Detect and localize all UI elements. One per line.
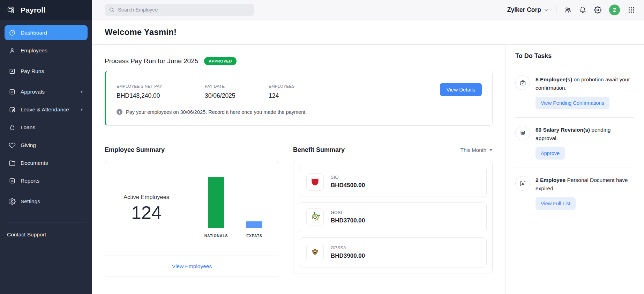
sidebar-item-loans[interactable]: Loans (5, 120, 88, 135)
approve-button[interactable]: Approve (536, 147, 565, 160)
sidebar-item-dashboard[interactable]: Dashboard (5, 25, 88, 40)
payroll-logo-icon (7, 6, 16, 15)
employee-summary-section: Employee Summary Active Employees 124 NA… (105, 145, 279, 277)
sidebar-item-label: Employees (21, 47, 47, 54)
sidebar-contact-support[interactable]: Contact Support (7, 231, 92, 238)
view-employees-link[interactable]: View Employees (172, 263, 212, 270)
status-badge: APPROVED (204, 57, 237, 65)
search-box[interactable] (105, 4, 254, 16)
search-icon (109, 7, 114, 13)
app-logo: Payroll (0, 0, 92, 20)
sidebar: Payroll Dashboard Employees Pay Runs App… (0, 0, 92, 294)
coins-icon (515, 126, 530, 140)
task-pending-confirmations: 5 Employee(s) on probotion await your co… (515, 75, 634, 109)
loans-icon (9, 124, 16, 131)
sidebar-item-leave-attendance[interactable]: Leave & Attendance (5, 102, 88, 117)
search-input[interactable] (118, 7, 250, 13)
reports-icon (9, 177, 16, 184)
chevron-right-icon (80, 90, 84, 94)
sidebar-item-pay-runs[interactable]: Pay Runs (5, 64, 88, 79)
stat-value: 124 (269, 92, 295, 100)
benefit-name: GPSSA (331, 245, 365, 250)
task-expired-documents: 2 Employee Personal Document have expire… (515, 176, 634, 210)
apps-grid-icon[interactable] (628, 6, 635, 14)
stat-pay-date: PAY DATE 30/06/2025 (205, 84, 269, 100)
bell-icon[interactable] (579, 6, 586, 14)
employee-bar-chart: NATIONALS EXPATS (188, 177, 279, 240)
payrun-heading-row: Process Pay Run for June 2025 APPROVED (105, 57, 493, 65)
benefit-amount: BHD3900.00 (331, 252, 365, 259)
bar-label: NATIONALS (204, 234, 228, 238)
caret-down-icon (489, 149, 493, 151)
task-salary-revisions: 60 Salary Revision(s) pending approval. … (515, 126, 634, 160)
topbar-divider (556, 6, 556, 14)
sidebar-item-label: Reports (21, 178, 39, 184)
sidebar-item-label: Pay Runs (21, 68, 44, 74)
benefit-summary-heading: Benefit Summary (293, 146, 345, 154)
app-title: Payroll (21, 6, 45, 14)
documents-icon (9, 160, 16, 167)
sidebar-item-label: Approvals (21, 89, 45, 95)
gpssa-logo (306, 244, 324, 261)
sidebar-item-employees[interactable]: Employees (5, 43, 88, 58)
sidebar-item-label: Settings (21, 198, 40, 205)
stat-employees: EMPLOYEES 124 (269, 84, 295, 100)
topbar-actions: Zylker Corp Z (507, 5, 635, 15)
page-title: Welcome Yasmin! (105, 27, 177, 37)
view-details-button[interactable]: View Details (440, 83, 482, 96)
task-text: 5 Employee(s) on probotion await your co… (536, 75, 634, 92)
benefit-row-gosi[interactable]: GOSI BHD3700.00 (299, 202, 487, 232)
users-icon[interactable] (564, 6, 571, 14)
todo-panel: To Do Tasks 5 Employee(s) on probotion a… (505, 45, 644, 294)
stat-label: PAY DATE (205, 84, 269, 88)
view-full-list-button[interactable]: View Full List (536, 197, 576, 210)
benefit-summary-card: SIO BHD4500.00 GOSI BHD3700.00 (293, 161, 493, 273)
expats-bar (246, 221, 262, 228)
task-text: 2 Employee Personal Document have expire… (536, 176, 634, 192)
active-employees-label: Active Employees (105, 194, 188, 200)
leave-attendance-icon (9, 106, 16, 113)
stat-label: EMPLOYEE'S NET PAY (117, 84, 205, 88)
sidebar-divider (6, 222, 86, 222)
sidebar-item-giving[interactable]: Giving (5, 138, 88, 153)
payrun-info-row: i Pay your employees on 30/06/2025. Reco… (117, 109, 482, 115)
dashboard-icon (9, 29, 16, 36)
welcome-band: Welcome Yasmin! (92, 20, 644, 45)
benefit-row-gpssa[interactable]: GPSSA BHD3900.00 (299, 237, 487, 267)
sidebar-item-label: Giving (21, 142, 36, 148)
task-text: 60 Salary Revision(s) pending approval. (536, 126, 634, 142)
sidebar-item-approvals[interactable]: Approvals (5, 84, 88, 99)
chevron-down-icon (544, 8, 548, 12)
active-employees-block: Active Employees 124 (105, 194, 188, 223)
sidebar-item-label: Leave & Attendance (21, 106, 69, 113)
sidebar-item-label: Dashboard (21, 30, 47, 36)
sidebar-item-reports[interactable]: Reports (5, 173, 88, 188)
view-pending-confirmations-button[interactable]: View Pending Confirmations (536, 97, 609, 109)
gear-icon[interactable] (594, 6, 601, 14)
sidebar-item-settings[interactable]: Settings (5, 194, 88, 209)
benefit-amount: BHD3700.00 (331, 217, 365, 224)
sidebar-item-label: Documents (21, 160, 48, 166)
period-filter-dropdown[interactable]: This Month (460, 147, 493, 153)
payrun-info-text: Pay your employees on 30/06/2025. Record… (126, 109, 307, 115)
sio-logo (306, 173, 324, 191)
topbar: Zylker Corp Z (92, 0, 644, 20)
giving-icon (9, 142, 16, 149)
benefit-row-sio[interactable]: SIO BHD4500.00 (299, 167, 487, 197)
chevron-right-icon (80, 108, 84, 111)
payrun-card: EMPLOYEE'S NET PAY BHD148,240.00 PAY DAT… (105, 71, 493, 126)
org-switcher[interactable]: Zylker Corp (507, 6, 548, 14)
org-name: Zylker Corp (507, 6, 541, 14)
sidebar-item-documents[interactable]: Documents (5, 155, 88, 170)
payrun-stats: EMPLOYEE'S NET PAY BHD148,240.00 PAY DAT… (117, 84, 482, 100)
stat-value: 30/06/2025 (205, 92, 269, 100)
briefcase-check-icon (515, 75, 530, 90)
bar-label: EXPATS (246, 234, 262, 238)
bar-nationals: NATIONALS (204, 177, 228, 238)
info-icon: i (117, 109, 122, 115)
approvals-icon (9, 88, 16, 95)
avatar[interactable]: Z (609, 5, 620, 15)
nationals-bar (208, 177, 224, 228)
settings-icon (9, 198, 16, 205)
task-divider (515, 117, 634, 118)
